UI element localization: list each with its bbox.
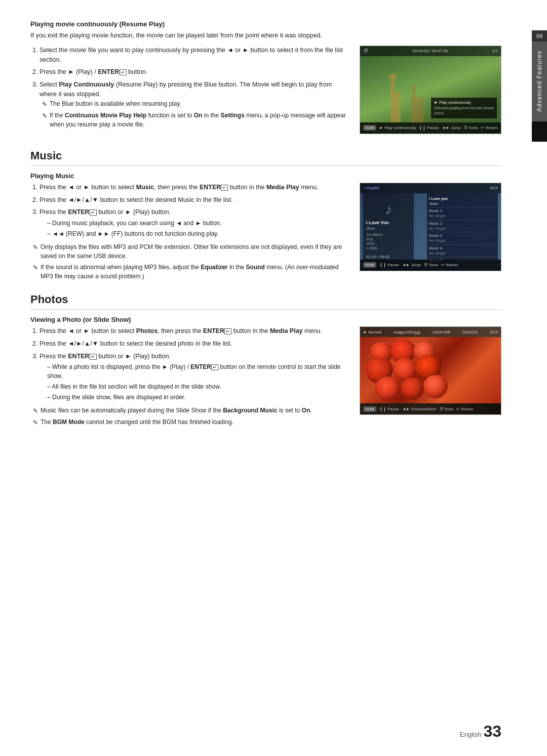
giraffe-neck-2: [412, 85, 416, 100]
photos-top-bar: ► Normal Image1024.jpg 1024x768 2010/2/1…: [360, 327, 501, 337]
chapter-title: Advanced Features: [536, 51, 543, 112]
music-note-2: ✎ If the sound is abnormal when playing …: [33, 263, 349, 281]
music-track-info: ♪ I Love You Jhon 1st Album Pop 2010 4.2…: [363, 193, 414, 260]
music-note-1: ✎ Only displays the files with MP3 and P…: [33, 242, 349, 261]
note-icon-music-1: ✎: [33, 243, 38, 252]
tab-accent: [532, 121, 547, 142]
music-step-1: Press the ◄ or ► button to select Music,…: [40, 183, 349, 192]
resume-step-2: Press the ► (Play) / ENTER​↵ button.: [40, 67, 349, 77]
giraffe-body: [390, 92, 401, 122]
resume-play-steps: Select the movie file you want to play c…: [40, 46, 349, 129]
giraffe-neck: [390, 77, 395, 95]
chapter-number: 04: [532, 30, 547, 41]
photos-step-1: Press the ◄ or ► button to select Photos…: [40, 326, 349, 336]
note-icon-1: ✎: [42, 100, 47, 109]
movie-bottom-bar: SUM ► Play continuously ❙❙ Pause ◄► Jump…: [360, 122, 501, 134]
photos-sub-bullets: While a photo list is displayed, press t…: [47, 362, 349, 402]
playlist-item-active: I Love you Jhon: [429, 195, 496, 208]
music-step-2: Press the ◄/►/▲/▼ button to select the d…: [40, 195, 349, 205]
language-label: English: [460, 731, 482, 738]
chapter-tab: Advanced Features: [532, 40, 547, 122]
photos-content: [360, 337, 501, 403]
music-sub-heading: Playing Music: [30, 172, 501, 180]
photos-step-2: Press the ◄/►/▲/▼ button to select the d…: [40, 339, 349, 349]
resume-play-heading: Playing movie continuously (Resume Play): [30, 20, 501, 28]
note-icon-photos-1: ✎: [33, 406, 38, 415]
photos-note-1: ✎ Music files can be automatically playe…: [33, 406, 349, 415]
music-note-glyph: ♪: [366, 201, 411, 218]
playlist-item-3: Music 3 No Singer: [429, 232, 496, 245]
music-bottom-bar: SUM ❙❙ Pause ◄► Jump ☰ Tools ↩ Return: [360, 260, 501, 271]
music-steps: Press the ◄ or ► button to select Music,…: [40, 183, 349, 238]
music-step-3: Press the ENTER​↵ button or ► (Play) but…: [40, 207, 349, 238]
movie-overlay: ► Play continuously Resumes playing from…: [431, 98, 497, 118]
resume-play-intro: If you exit the playing movie function, …: [30, 31, 501, 40]
resume-step-1: Select the movie file you want to play c…: [40, 46, 349, 65]
playlist-item-2: Music 2 No Singer: [429, 220, 496, 233]
movie-top-bar: 🎬 00:04:03 / 00:07:38 1/1: [360, 46, 501, 56]
apple-8: [401, 377, 424, 400]
photos-screenshot: ► Normal Image1024.jpg 1024x768 2010/2/1…: [360, 326, 501, 415]
music-sub-bullets: During music playback, you can search us…: [47, 219, 349, 238]
playlist-item-1: Music 1 No Singer: [429, 207, 496, 220]
apple-9: [423, 375, 448, 398]
photos-sub-heading: Viewing a Photo (or Slide Show): [30, 316, 501, 323]
resume-play-screenshot: 🎬 00:04:03 / 00:07:38 1/1 ► Play continu…: [360, 46, 501, 134]
resume-note-1: ✎ The Blue button is available when resu…: [42, 99, 349, 109]
music-playlist: I Love you Jhon Music 1 No Singer Music …: [427, 193, 498, 260]
note-icon-photos-2: ✎: [33, 418, 38, 427]
photos-note-2: ✎ The BGM Mode cannot be changed until t…: [33, 417, 349, 427]
music-screenshot: ♪ Playlist 3/15 ♪ I Love You Jhon 1st Al…: [360, 183, 501, 271]
resume-note-2: ✎ If the Continuous Movie Play Help func…: [42, 111, 349, 129]
giraffe-head: [389, 73, 396, 79]
playlist-item-4: Music 4 No Singer: [429, 245, 496, 258]
photos-heading: Photos: [30, 293, 501, 310]
note-icon-music-2: ✎: [33, 263, 38, 272]
resume-step-3: Select Play Continuously (Resume Play) b…: [40, 80, 349, 129]
music-heading: Music: [30, 149, 501, 166]
photos-step-3: Press the ENTER​↵ button or ► (Play) but…: [40, 352, 349, 402]
page-number: 33: [483, 722, 501, 741]
apple-7: [375, 376, 401, 401]
photos-steps: Press the ◄ or ► button to select Photos…: [40, 326, 349, 402]
page-footer: English 33: [460, 722, 501, 741]
photos-bottom-bar: SUM ❙❙ Pause ◄► Previous/Next ☰ Tools ↩ …: [360, 403, 501, 414]
music-top-bar: ♪ Playlist 3/15: [360, 183, 501, 193]
giraffe-body-2: [411, 97, 423, 122]
note-icon-2: ✎: [42, 111, 47, 120]
